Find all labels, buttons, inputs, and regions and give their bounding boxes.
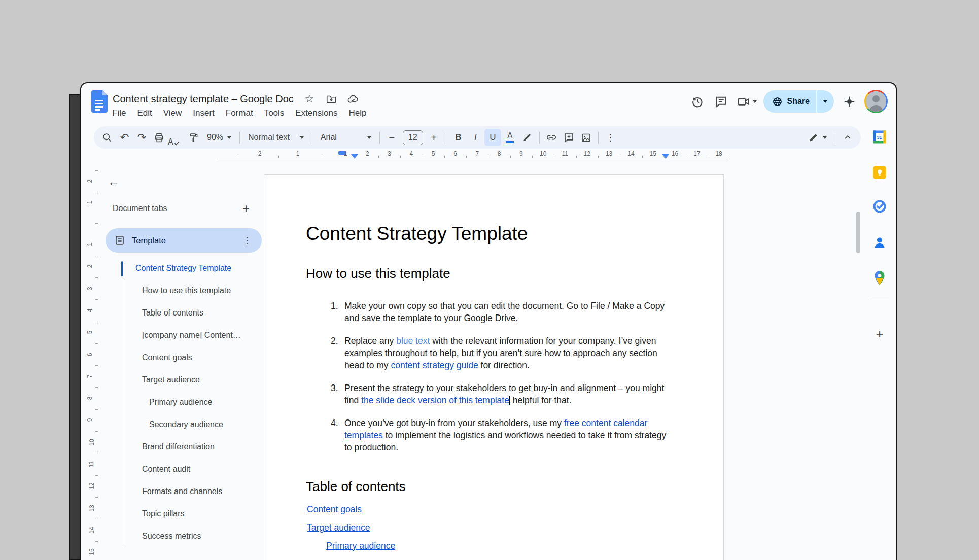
decrease-font-size-icon[interactable]: − xyxy=(383,129,400,146)
menu-edit[interactable]: Edit xyxy=(131,106,157,121)
google-docs-logo-icon[interactable] xyxy=(91,90,108,115)
bold-icon[interactable]: B xyxy=(450,129,467,146)
outline-item[interactable]: Content goals xyxy=(142,353,192,362)
ruler-number: 2 xyxy=(258,150,262,157)
tab-options-icon[interactable]: ⋮ xyxy=(242,235,252,246)
vertical-scrollbar[interactable] xyxy=(856,212,860,253)
font-family-value: Arial xyxy=(321,133,337,142)
outline-item[interactable]: How to use this template xyxy=(142,286,231,295)
insert-link-icon[interactable] xyxy=(543,129,560,146)
google-contacts-icon[interactable] xyxy=(873,236,886,251)
h-ruler[interactable]: 21123456789101112131415161718 xyxy=(81,150,897,159)
font-family-select[interactable]: Arial xyxy=(316,129,376,146)
outline-item[interactable]: Content audit xyxy=(142,465,190,474)
doc-link[interactable]: content strategy guide xyxy=(391,360,478,370)
ruler-number: 11 xyxy=(562,150,568,157)
add-comment-icon[interactable] xyxy=(561,129,577,146)
menu-format[interactable]: Format xyxy=(220,106,259,121)
spellcheck-icon[interactable]: A xyxy=(168,129,185,146)
ruler-tick xyxy=(400,156,401,158)
outline-item[interactable]: Target audience xyxy=(142,375,200,384)
ruler-tick xyxy=(532,156,533,158)
underline-icon[interactable]: U xyxy=(484,129,501,146)
gemini-sparkle-icon[interactable] xyxy=(841,93,858,110)
menu-view[interactable]: View xyxy=(158,106,188,121)
version-history-icon[interactable] xyxy=(689,93,706,110)
paint-format-icon[interactable] xyxy=(185,129,202,146)
ruler-tick xyxy=(510,156,511,158)
share-options-arrow[interactable] xyxy=(817,90,834,113)
side-panel-divider xyxy=(870,300,889,300)
ruler-number: 2 xyxy=(366,150,369,157)
star-icon[interactable]: ☆ xyxy=(303,93,316,105)
menu-tools[interactable]: Tools xyxy=(259,106,290,121)
menu-file[interactable]: File xyxy=(107,106,131,121)
move-to-folder-icon[interactable] xyxy=(325,93,337,105)
list-item-text[interactable]: Make your own copy so that you can edit … xyxy=(344,300,675,324)
menu-extensions[interactable]: Extensions xyxy=(290,106,343,121)
video-camera-icon xyxy=(737,95,750,109)
google-tasks-icon[interactable] xyxy=(873,200,887,216)
doc-text: helpful for that. xyxy=(510,395,572,405)
toolbar-divider xyxy=(835,132,835,144)
zoom-select[interactable]: 90% xyxy=(202,129,236,146)
print-icon[interactable] xyxy=(151,129,167,146)
cloud-status-icon[interactable] xyxy=(347,93,359,105)
redo-icon[interactable]: ↷ xyxy=(133,129,150,146)
insert-image-icon[interactable] xyxy=(578,129,595,146)
ruler-tick xyxy=(95,256,98,256)
doc-text: Once you’ve got buy-in from your stakeho… xyxy=(344,418,564,428)
outline-item[interactable]: Topic pillars xyxy=(142,509,185,518)
ruler-number: 1 xyxy=(344,150,347,157)
highlight-color-icon[interactable] xyxy=(519,129,536,146)
tab-template[interactable]: Template ⋮ xyxy=(106,228,262,253)
ruler-tick xyxy=(686,156,686,158)
comments-icon[interactable] xyxy=(713,93,730,110)
list-item-text[interactable]: Once you’ve got buy-in from your stakeho… xyxy=(344,417,675,453)
google-maps-icon[interactable] xyxy=(873,271,886,287)
font-size-input[interactable]: 12 xyxy=(403,130,423,145)
document-page[interactable]: Content Strategy Template How to use thi… xyxy=(264,174,724,560)
text-color-icon[interactable]: A xyxy=(502,129,518,146)
toc-link[interactable]: Content goals xyxy=(307,504,362,514)
google-keep-icon[interactable] xyxy=(873,166,886,179)
share-button[interactable]: Share xyxy=(763,90,834,113)
outline-item[interactable]: Secondary audience xyxy=(149,420,223,429)
list-item-text[interactable]: Replace any blue text with the relevant … xyxy=(344,335,675,371)
editing-mode-select[interactable] xyxy=(804,129,831,146)
collapse-toolbar-icon[interactable] xyxy=(839,129,856,146)
menu-insert[interactable]: Insert xyxy=(187,106,220,121)
more-options-icon[interactable]: ⋮ xyxy=(602,129,619,146)
list-item-number: 2. xyxy=(331,335,344,371)
join-call-control[interactable] xyxy=(737,95,757,109)
right-indent-marker[interactable] xyxy=(662,154,669,159)
menu-help[interactable]: Help xyxy=(343,106,372,121)
ruler-tick xyxy=(357,156,357,158)
outline-item[interactable]: Primary audience xyxy=(149,398,213,407)
outline-item[interactable]: Table of contents xyxy=(142,308,203,318)
outline-item[interactable]: Brand differentiation xyxy=(142,442,215,451)
outline-item[interactable]: [company name] Content… xyxy=(142,331,241,340)
toolbar-divider xyxy=(312,132,312,144)
outline-item[interactable]: Success metrics xyxy=(142,532,201,541)
get-add-ons-icon[interactable]: + xyxy=(876,326,883,342)
close-tabs-panel-button[interactable]: ← xyxy=(106,173,122,190)
add-tab-icon[interactable]: + xyxy=(238,201,254,216)
italic-icon[interactable]: I xyxy=(467,129,484,146)
undo-icon[interactable]: ↶ xyxy=(116,129,133,146)
google-calendar-icon[interactable]: 31 xyxy=(873,130,887,146)
toc-link[interactable]: Primary audience xyxy=(326,541,395,551)
doc-link[interactable]: the slide deck version of this template xyxy=(361,395,509,405)
outline-item[interactable]: Formats and channels xyxy=(142,487,222,496)
toc-link[interactable]: Target audience xyxy=(307,522,370,533)
ruler-number: 4 xyxy=(86,309,93,312)
search-menus-icon[interactable] xyxy=(99,129,116,146)
increase-font-size-icon[interactable]: + xyxy=(426,129,442,146)
left-indent-marker[interactable] xyxy=(351,154,358,159)
document-title[interactable]: Content strategy template – Google Doc xyxy=(113,93,294,105)
ruler-number: 17 xyxy=(693,150,700,157)
list-item-text[interactable]: Present the strategy to your stakeholder… xyxy=(344,382,675,406)
outline-item[interactable]: Content Strategy Template xyxy=(135,264,231,273)
paragraph-style-select[interactable]: Normal text xyxy=(243,129,308,146)
account-avatar[interactable] xyxy=(864,90,888,113)
